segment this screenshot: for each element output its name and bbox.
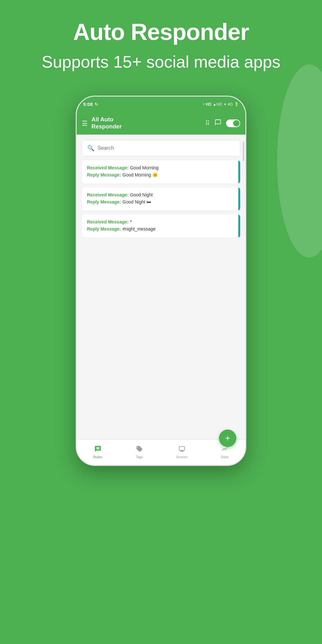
rule-reply-line-2: Reply Message: Good Night 🛏 [87, 199, 235, 205]
status-time: 5:08 ↻ [83, 101, 98, 107]
chat-icon[interactable] [214, 119, 222, 128]
nav-label-screen: Screen [176, 455, 187, 459]
phone-content: 🔍 Received Message: Good Morning Reply M… [77, 135, 245, 442]
rule-card-2[interactable]: Received Message: Good Night Reply Messa… [82, 187, 240, 211]
screen-icon [178, 445, 185, 454]
nav-label-rules: Rules [93, 455, 102, 459]
rule-reply-line-1: Reply Message: Good Morning 🌞 [87, 172, 235, 178]
rule-card-3[interactable]: Received Message: * Reply Message: #nigh… [82, 214, 240, 238]
rule-received-line-3: Received Message: * [87, 219, 235, 225]
nav-label-stats: Stats [221, 455, 229, 459]
phone-mockup: 5:08 ↻ • HD ▲HD ✦ 4G 🔋 ☰ All AutoRespond… [76, 96, 246, 466]
nav-item-tags[interactable]: Tags [136, 445, 143, 459]
menu-icon[interactable]: ☰ [82, 119, 88, 127]
status-sync-icon: ↻ [95, 102, 98, 107]
search-icon: 🔍 [87, 145, 94, 152]
rule-received-line-2: Received Message: Good Night [87, 192, 235, 198]
nav-item-stats[interactable]: Stats [221, 445, 229, 459]
header-section: Auto Responder Supports 15+ social media… [0, 0, 322, 83]
toggle-knob [233, 120, 240, 127]
search-input[interactable] [98, 145, 235, 151]
search-bar[interactable]: 🔍 [82, 140, 240, 156]
app-bar-title: All AutoResponder [91, 116, 201, 130]
nav-item-screen[interactable]: Screen [176, 445, 187, 459]
app-bar: ☰ All AutoResponder ⠿ [77, 112, 245, 135]
scroll-hint [243, 142, 244, 161]
bottom-nav: Rules Tags Screen [77, 439, 245, 465]
status-bar: 5:08 ↻ • HD ▲HD ✦ 4G 🔋 [77, 97, 245, 112]
grid-icon[interactable]: ⠿ [205, 119, 210, 127]
fab-add-button[interactable]: + [219, 430, 236, 447]
rule-reply-line-3: Reply Message: #night_message [87, 226, 235, 232]
rules-icon [94, 445, 101, 454]
app-bar-actions: ⠿ [205, 119, 240, 128]
sub-title: Supports 15+ social media apps [26, 51, 296, 73]
main-title: Auto Responder [26, 19, 296, 45]
enable-toggle[interactable] [226, 119, 240, 127]
tags-icon [136, 445, 143, 454]
nav-item-rules[interactable]: Rules [93, 445, 102, 459]
rule-card-1[interactable]: Received Message: Good Morning Reply Mes… [82, 160, 240, 184]
status-indicators: • HD ▲HD ✦ 4G 🔋 [203, 102, 239, 107]
rule-received-line-1: Received Message: Good Morning [87, 165, 235, 171]
phone-wrapper: 5:08 ↻ • HD ▲HD ✦ 4G 🔋 ☰ All AutoRespond… [0, 96, 322, 466]
nav-label-tags: Tags [136, 455, 143, 459]
